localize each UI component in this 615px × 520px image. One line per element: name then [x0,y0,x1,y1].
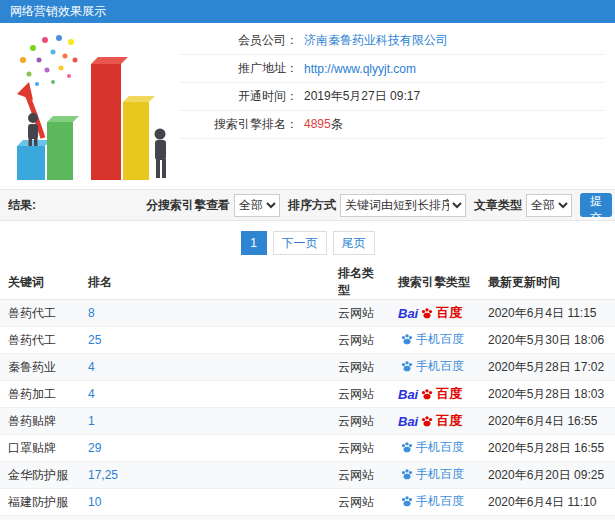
time-cell: 2020年5月28日 17:02 [480,354,615,381]
profile-section: 会员公司： 济南秦鲁药业科技有限公司 推广地址： http://www.qlyy… [0,23,615,189]
mobile-baidu-logo: 手机百度 [398,493,464,510]
baidu-logo-text-du: 百度 [436,304,462,322]
baidu-logo: Bai百度 [398,304,462,322]
mobile-baidu-label: 手机百度 [416,493,464,510]
last-page-button[interactable]: 尾页 [333,231,375,255]
rank-count-label: 搜索引擎排名： [180,116,298,133]
rank-type-cell: 云网站 [330,462,390,489]
keyword-cell: 福建防护服 [0,489,80,516]
engine-cell: Bai百度 [390,381,480,408]
keyword-cell: 兽药代工 [0,327,80,354]
article-type-select[interactable]: 全部 [526,194,572,217]
rank-cell: 8 [80,300,330,327]
mobile-baidu-label: 手机百度 [416,358,464,375]
table-row: 兽药加工4云网站Bai百度2020年5月28日 18:03 [0,381,615,408]
engine-cell: 手机百度 [390,462,480,489]
keyword-rank-table: 关键词 排名 排名类型 搜索引擎类型 最新更新时间 兽药代工8云网站Bai百度2… [0,265,615,520]
header-keyword: 关键词 [0,265,80,300]
engine-cell: 手机百度 [390,489,480,516]
paw-icon [420,306,434,320]
mobile-baidu-logo: 手机百度 [398,466,464,483]
open-time-value: 2019年5月27日 09:17 [304,88,420,105]
baidu-logo: Bai百度 [398,385,462,403]
info-row-open-time: 开通时间： 2019年5月27日 09:17 [180,83,605,111]
rank-type-cell: 云网站 [330,300,390,327]
baidu-logo-text-bai: Bai [398,306,418,321]
baidu-logo: Bai百度 [398,412,462,430]
page-header: 网络营销效果展示 [0,0,615,23]
time-cell: 2020年6月4日 11:10 [480,489,615,516]
url-label: 推广地址： [180,60,298,77]
pagination: 1 下一页 尾页 [0,221,615,265]
rank-link[interactable]: 4 [88,387,95,401]
paw-icon [420,387,434,401]
rank-cell: 4 [80,381,330,408]
mobile-baidu-logo: 手机百度 [398,358,464,375]
engine-filter-select[interactable]: 全部 [234,194,280,217]
keyword-cell: 兽药贴牌 [0,408,80,435]
rank-type-cell: 云网站 [330,489,390,516]
article-type-label: 文章类型 [474,197,522,214]
company-name-link[interactable]: 济南秦鲁药业科技有限公司 [304,32,448,49]
rank-type-cell: 云网站 [330,354,390,381]
baidu-logo-text-du: 百度 [436,385,462,403]
sort-filter-label: 排序方式 [288,197,336,214]
keyword-cell: 金华防护服 [0,462,80,489]
page-1-button[interactable]: 1 [241,231,267,255]
rank-type-cell: 云网站 [330,327,390,354]
mobile-baidu-label: 手机百度 [416,331,464,348]
mobile-baidu-label: 手机百度 [416,466,464,483]
company-info: 会员公司： 济南秦鲁药业科技有限公司 推广地址： http://www.qlyy… [180,23,615,139]
mobile-baidu-label: 手机百度 [416,439,464,456]
rank-link[interactable]: 8 [88,306,95,320]
promotion-url-link[interactable]: http://www.qlyyjt.com [304,62,416,76]
table-row: 口罩贴牌29云网站手机百度2020年5月28日 16:55 [0,435,615,462]
rank-link[interactable]: 10 [88,495,101,509]
header-rank: 排名 [80,265,330,300]
time-cell: 2020年6月4日 11:15 [480,300,615,327]
rank-link[interactable]: 29 [88,441,101,455]
submit-button[interactable]: 提交 [580,193,612,217]
time-cell: 2020年6月4日 16:55 [480,408,615,435]
table-header-row: 关键词 排名 排名类型 搜索引擎类型 最新更新时间 [0,265,615,300]
rank-count-value: 4895条 [304,116,343,133]
baidu-logo-text-bai: Bai [398,414,418,429]
rank-link[interactable]: 25 [88,333,101,347]
time-cell: 2020年5月30日 18:06 [480,327,615,354]
baidu-logo-text-bai: Bai [398,387,418,402]
rank-link[interactable]: 4 [88,360,95,374]
paw-icon [400,494,414,508]
table-row: 兽药贴牌1云网站Bai百度2020年6月4日 16:55 [0,408,615,435]
rank-cell: 29 [80,435,330,462]
rank-link[interactable]: 1 [88,414,95,428]
rank-cell: 10 [80,489,330,516]
rank-cell [80,516,330,520]
info-row-rank-count: 搜索引擎排名： 4895条 [180,111,605,139]
next-page-button[interactable]: 下一页 [273,231,327,255]
table-row: 兽药代工25云网站手机百度2020年5月30日 18:06 [0,327,615,354]
paw-icon [400,440,414,454]
results-section-label: 结果: [8,197,138,214]
keyword-cell: 秦鲁药业 [0,354,80,381]
engine-cell: 手机百度 [390,354,480,381]
engine-cell: Bai百度 [390,300,480,327]
keyword-cell: 兽药加工 [0,381,80,408]
paw-icon [400,359,414,373]
rank-cell: 4 [80,354,330,381]
time-cell [480,516,615,520]
rank-type-cell: 云网站 [330,435,390,462]
paw-icon [420,414,434,428]
engine-cell: 手机百度 [390,516,480,520]
rank-link[interactable]: 17,25 [88,468,118,482]
info-row-url: 推广地址： http://www.qlyyjt.com [180,55,605,83]
engine-cell: Bai百度 [390,408,480,435]
rank-type-cell: 云网站 [330,408,390,435]
engine-cell: 手机百度 [390,435,480,462]
keyword-cell [0,516,80,520]
mobile-baidu-logo: 手机百度 [398,331,464,348]
confetti-dots [20,35,78,86]
table-row: 金华防护服17,25云网站手机百度2020年6月20日 09:25 [0,462,615,489]
header-rank-type: 排名类型 [330,265,390,300]
sort-select[interactable]: 关键词由短到长排序 [340,194,466,217]
table-row: 兽药代工8云网站Bai百度2020年6月4日 11:15 [0,300,615,327]
